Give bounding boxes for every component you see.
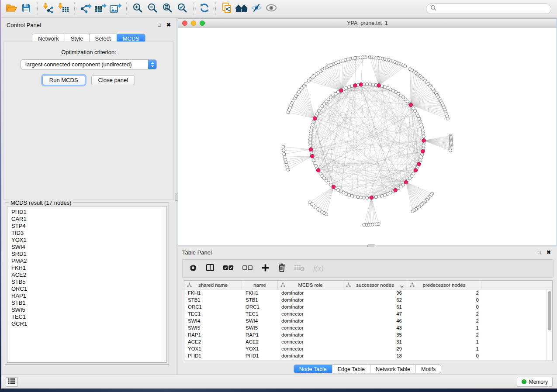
table-tab-network-table[interactable]: Network Table <box>370 365 415 373</box>
cell-predecessor-nodes: 1 <box>407 338 481 345</box>
result-list-item[interactable]: YOX1 <box>11 237 166 244</box>
table-row[interactable]: FKH1FKH1dominator962 <box>184 289 547 296</box>
result-list-item[interactable]: SWI5 <box>11 306 166 313</box>
column-header-name[interactable]: name <box>242 281 278 289</box>
cell-successor-nodes: 61 <box>343 303 407 310</box>
result-list-item[interactable]: ORC1 <box>11 285 166 292</box>
table-row[interactable]: ACE2ACE2connector311 <box>184 338 547 345</box>
result-list-item[interactable]: PHD1 <box>11 209 166 216</box>
delete-row-button[interactable] <box>278 263 286 274</box>
show-all-icon <box>266 4 277 14</box>
run-mcds-button[interactable]: Run MCDS <box>42 75 85 85</box>
zoom-selected-button[interactable] <box>175 2 190 15</box>
show-all-button[interactable] <box>264 2 279 15</box>
save-session-button[interactable] <box>19 2 34 15</box>
table-scrollbar[interactable] <box>547 289 552 361</box>
search-box[interactable] <box>426 3 551 14</box>
result-list-item[interactable]: CAR1 <box>11 216 166 223</box>
add-row-button[interactable] <box>261 264 270 274</box>
cell-shared-name: SWI5 <box>184 324 242 331</box>
table-tab-edge-table[interactable]: Edge Table <box>332 365 370 373</box>
result-list-item[interactable]: ACE2 <box>11 272 166 279</box>
column-label: shared name <box>198 282 228 288</box>
result-list-item[interactable]: TEC1 <box>11 313 166 320</box>
search-input[interactable] <box>439 4 551 13</box>
result-list-item[interactable]: FKH1 <box>11 265 166 272</box>
table-row[interactable]: SWI4SWI4dominator462 <box>184 317 547 324</box>
column-header-predecessor-nodes[interactable]: predecessor nodes <box>407 281 481 289</box>
result-list-item[interactable]: RAP1 <box>11 292 166 299</box>
export-network-button[interactable] <box>78 2 93 15</box>
cell-MCDS-role: connector <box>278 310 343 317</box>
open-session-button[interactable] <box>4 2 19 15</box>
table-row[interactable]: ORC1ORC1dominator610 <box>184 303 547 310</box>
result-list-item[interactable]: SRD1 <box>11 251 166 258</box>
result-list-item[interactable]: STB1 <box>11 299 166 306</box>
import-table-button[interactable] <box>56 2 71 15</box>
attribute-type-icon <box>346 282 351 289</box>
result-list-item[interactable]: STP4 <box>11 223 166 230</box>
result-list-item[interactable]: GCR1 <box>11 320 166 327</box>
float-panel-icon[interactable]: □ <box>158 22 161 28</box>
cell-predecessor-nodes: 2 <box>407 317 481 324</box>
zoom-fit-icon <box>162 3 173 15</box>
network-canvas[interactable] <box>178 28 557 245</box>
table-row[interactable]: SWI5SWI5connector431 <box>184 324 547 331</box>
table-scrollbar-thumb[interactable] <box>548 291 551 330</box>
table-tab-motifs[interactable]: Motifs <box>415 365 441 373</box>
export-image-button[interactable] <box>108 2 123 15</box>
table-panel-titlebar: Table Panel □ ✖ <box>178 247 557 258</box>
cell-successor-nodes: 43 <box>343 324 407 331</box>
select-all-button[interactable] <box>223 264 234 273</box>
close-panel-button[interactable]: Close panel <box>91 75 135 85</box>
zoom-selected-icon <box>177 3 187 15</box>
dropdown-stepper-icon <box>148 60 156 69</box>
float-table-panel-icon[interactable]: □ <box>538 250 541 255</box>
export-table-button[interactable] <box>93 2 108 15</box>
open-session-icon <box>6 3 17 14</box>
close-table-panel-icon[interactable]: ✖ <box>547 249 551 255</box>
cell-shared-name: YOX1 <box>184 345 242 352</box>
cell-predecessor-nodes: 1 <box>407 324 481 331</box>
function-builder-icon: f(x) <box>313 264 324 273</box>
table-row[interactable]: STB1STB1dominator620 <box>184 296 547 303</box>
toolbar-separator <box>74 3 75 15</box>
table-row[interactable]: TEC1TEC1connector472 <box>184 310 547 317</box>
memory-button[interactable]: Memory <box>517 377 553 387</box>
column-header-shared-name[interactable]: shared name <box>184 281 242 289</box>
result-list-item[interactable]: SWI4 <box>11 244 166 251</box>
network-window-titlebar[interactable]: YPA_prune.txt_1 <box>178 19 557 28</box>
columns-button[interactable] <box>206 263 214 274</box>
result-list-item[interactable]: TID3 <box>11 230 166 237</box>
network-window-title: YPA_prune.txt_1 <box>178 20 557 26</box>
table-row[interactable]: YOX1YOX1connector291 <box>184 345 547 352</box>
zoom-out-button[interactable] <box>145 2 160 15</box>
zoom-in-button[interactable] <box>130 2 145 15</box>
result-list-item[interactable]: STB5 <box>11 279 166 285</box>
first-neighbors-button[interactable] <box>234 2 249 15</box>
cell-successor-nodes: 35 <box>343 331 407 338</box>
task-history-button[interactable] <box>6 377 18 387</box>
import-network-button[interactable] <box>41 2 56 15</box>
network-clipboard-button[interactable] <box>219 2 234 15</box>
deselect-all-button[interactable] <box>242 264 253 273</box>
refresh-view-button[interactable] <box>197 2 212 15</box>
settings-button[interactable] <box>189 263 197 274</box>
optimization-criterion-select[interactable]: largest connected component (undirected) <box>21 59 157 69</box>
result-list-scrollbar[interactable] <box>161 207 166 362</box>
table-row[interactable]: RAP1RAP1dominator352 <box>184 331 547 338</box>
table-row[interactable]: PHD1PHD1dominator180 <box>184 352 547 359</box>
close-panel-icon[interactable]: ✖ <box>166 22 171 28</box>
cell-shared-name: STB1 <box>184 296 242 303</box>
cell-successor-nodes: 46 <box>343 317 407 324</box>
zoom-fit-button[interactable] <box>160 2 175 15</box>
sort-descending-icon <box>400 284 404 289</box>
table-tab-node-table[interactable]: Node Table <box>294 365 332 373</box>
result-list-item[interactable]: PMA2 <box>11 258 166 265</box>
column-header-successor-nodes[interactable]: successor nodes <box>343 281 407 289</box>
hide-selected-button[interactable] <box>249 2 264 15</box>
column-header-MCDS-role[interactable]: MCDS role <box>278 281 343 289</box>
mcds-result-list[interactable]: PHD1CAR1STP4TID3YOX1SWI4SRD1PMA2FKH1ACE2… <box>7 206 167 363</box>
network-graph[interactable] <box>178 28 557 245</box>
network-clipboard-icon <box>221 2 232 15</box>
